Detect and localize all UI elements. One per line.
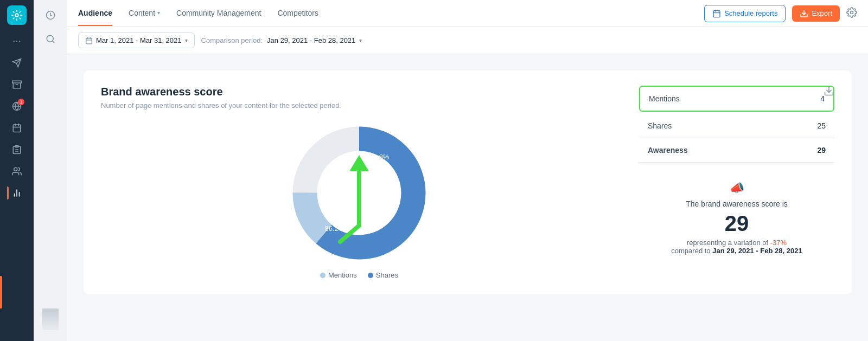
legend-mentions: Mentions [320, 271, 357, 279]
card-left-section: Brand awareness score Number of page men… [101, 86, 617, 279]
svg-point-30 [851, 11, 853, 14]
chart-legend: Mentions Shares [320, 271, 398, 279]
export-button[interactable]: Export [792, 5, 840, 22]
legend-shares-dot [368, 273, 373, 278]
card-subtitle: Number of page mentions and shares of yo… [101, 101, 617, 110]
svg-point-2 [16, 41, 17, 42]
tab-competitors[interactable]: Competitors [277, 1, 318, 26]
sub-icon-search[interactable] [41, 29, 60, 49]
tab-community-management[interactable]: Community Management [176, 1, 261, 26]
stats-row-awareness: Awareness 29 [639, 138, 834, 163]
sub-icon-chart[interactable] [41, 5, 60, 25]
svg-line-44 [340, 226, 359, 242]
svg-point-3 [19, 41, 20, 42]
main-content: Audience Content ▾ Community Management … [67, 0, 868, 341]
card-title: Brand awareness score [101, 86, 617, 98]
tab-audience[interactable]: Audience [78, 1, 112, 26]
svg-point-0 [15, 14, 18, 17]
content-chevron-icon: ▾ [157, 10, 160, 16]
download-chart-icon[interactable] [824, 86, 834, 99]
donut-chart: 13.8% 86.2% [289, 123, 430, 263]
date-range-picker[interactable]: Mar 1, 2021 - Mar 31, 2021 ▾ [78, 33, 195, 48]
legend-shares: Shares [368, 271, 398, 279]
sidebar-item-send[interactable] [7, 53, 27, 73]
sidebar-item-inbox[interactable] [7, 75, 27, 94]
schedule-reports-button[interactable]: Schedule reports [704, 5, 786, 22]
topnav-actions: Schedule reports Export [704, 5, 857, 22]
awareness-variation: representing a variation of -37% compare… [644, 239, 829, 255]
top-navigation: Audience Content ▾ Community Management … [67, 0, 868, 27]
sidebar-item-dots[interactable] [7, 31, 27, 51]
sidebar-item-clipboard[interactable] [7, 140, 27, 159]
date-range-caret-icon: ▾ [185, 37, 188, 43]
brand-awareness-card: Brand awareness score Number of page men… [84, 70, 852, 294]
filter-bar: Mar 1, 2021 - Mar 31, 2021 ▾ Comparison … [67, 27, 868, 54]
megaphone-icon: 📣 [644, 181, 829, 195]
chart-arrow-svg [289, 123, 430, 263]
sidebar-item-users[interactable] [7, 162, 27, 181]
sub-sidebar [34, 0, 67, 341]
svg-line-24 [52, 41, 54, 42]
calendar-icon [85, 37, 93, 44]
awareness-info: 📣 The brand awareness score is 29 repres… [639, 176, 834, 260]
svg-point-1 [14, 41, 15, 42]
card-right-section: Mentions 4 Shares 25 Awareness 29 📣 The … [639, 86, 834, 260]
comparison-period-caret-icon: ▾ [359, 37, 362, 43]
sidebar: 1 [0, 0, 34, 341]
content-area: Brand awareness score Number of page men… [67, 54, 868, 341]
sidebar-item-calendar[interactable] [7, 118, 27, 138]
svg-rect-10 [13, 125, 21, 132]
comparison-period-picker[interactable]: Comparison period: Jan 29, 2021 - Feb 28… [201, 36, 362, 44]
donut-chart-container: 13.8% 86.2% [101, 123, 617, 279]
settings-icon[interactable] [846, 7, 857, 20]
legend-mentions-dot [320, 273, 326, 278]
stats-row-mentions: Mentions 4 [639, 86, 834, 112]
tab-content[interactable]: Content ▾ [129, 1, 160, 26]
globe-badge: 1 [18, 99, 24, 105]
stats-row-shares: Shares 25 [639, 114, 834, 138]
sub-sidebar-scroll [42, 308, 59, 330]
svg-rect-6 [12, 81, 22, 83]
svg-marker-43 [349, 155, 369, 171]
sidebar-scroll [0, 276, 2, 308]
app-logo[interactable] [7, 5, 27, 25]
svg-rect-25 [713, 10, 720, 17]
calendar-schedule-icon [712, 9, 721, 18]
svg-rect-31 [86, 38, 92, 44]
sidebar-item-globe[interactable]: 1 [7, 96, 27, 116]
svg-point-18 [14, 168, 17, 171]
export-icon [800, 9, 808, 18]
sidebar-item-analytics[interactable] [7, 183, 27, 203]
